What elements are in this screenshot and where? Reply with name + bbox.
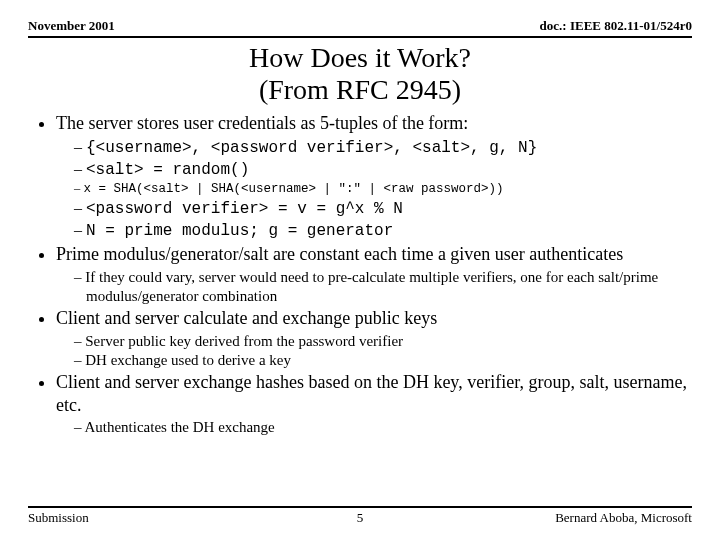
title-line1: How Does it Work? xyxy=(249,42,471,73)
b1-sub1: {<username>, <password verifier>, <salt>… xyxy=(74,137,692,159)
b2-sub1: If they could vary, server would need to… xyxy=(74,268,692,306)
bullet-3-text: Client and server calculate and exchange… xyxy=(56,308,437,328)
slide: November 2001 doc.: IEEE 802.11-01/524r0… xyxy=(0,0,720,540)
slide-body: The server stores user credentials as 5-… xyxy=(28,112,692,437)
header-date: November 2001 xyxy=(28,18,115,34)
b1-sub5: N = prime modulus; g = generator xyxy=(74,220,692,242)
footer-page: 5 xyxy=(28,510,692,526)
bullet-4-sublist: Authenticates the DH exchange xyxy=(56,418,692,437)
b3-sub2: DH exchange used to derive a key xyxy=(74,351,692,370)
b3-sub1: Server public key derived from the passw… xyxy=(74,332,692,351)
footer: Submission 5 Bernard Aboba, Microsoft xyxy=(28,504,692,526)
bullet-list: The server stores user credentials as 5-… xyxy=(28,112,692,437)
bullet-4: Client and server exchange hashes based … xyxy=(56,371,692,437)
footer-row: Submission 5 Bernard Aboba, Microsoft xyxy=(28,510,692,526)
slide-title: How Does it Work? (From RFC 2945) xyxy=(28,42,692,106)
b1-sub4: <password verifier> = v = g^x % N xyxy=(74,198,692,220)
bullet-1-text: The server stores user credentials as 5-… xyxy=(56,113,468,133)
title-line2: (From RFC 2945) xyxy=(259,74,461,105)
b1-sub2: <salt> = random() xyxy=(74,159,692,181)
header: November 2001 doc.: IEEE 802.11-01/524r0 xyxy=(28,18,692,34)
bullet-2-sublist: If they could vary, server would need to… xyxy=(56,268,692,306)
bullet-1: The server stores user credentials as 5-… xyxy=(56,112,692,241)
bullet-2: Prime modulus/generator/salt are constan… xyxy=(56,243,692,305)
footer-rule xyxy=(28,506,692,508)
bullet-3-sublist: Server public key derived from the passw… xyxy=(56,332,692,370)
bullet-1-sublist: {<username>, <password verifier>, <salt>… xyxy=(56,137,692,241)
header-rule xyxy=(28,36,692,38)
b1-sub3: x = SHA(<salt> | SHA(<username> | ":" | … xyxy=(74,180,692,197)
bullet-2-text: Prime modulus/generator/salt are constan… xyxy=(56,244,623,264)
b4-sub1: Authenticates the DH exchange xyxy=(74,418,692,437)
header-docid: doc.: IEEE 802.11-01/524r0 xyxy=(540,18,692,34)
bullet-3: Client and server calculate and exchange… xyxy=(56,307,692,369)
bullet-4-text: Client and server exchange hashes based … xyxy=(56,372,687,415)
